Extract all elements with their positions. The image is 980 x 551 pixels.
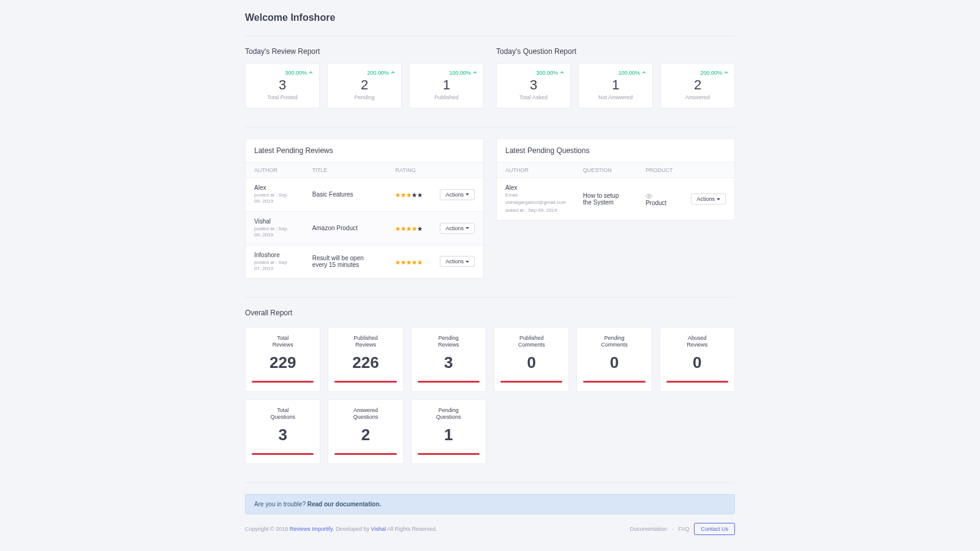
overall-card-value: 226 [334, 353, 396, 372]
th-question: QUESTION [575, 163, 637, 178]
actions-button[interactable]: Actions [440, 223, 475, 234]
caret-down-icon [466, 227, 469, 229]
star-icon [401, 258, 406, 264]
posted-at: posted at : Sep 09, 2019 [254, 226, 295, 239]
progress-bar [500, 381, 562, 383]
caret-down-icon [466, 193, 469, 195]
stat-value: 2 [334, 77, 395, 93]
pending-questions-heading: Latest Pending Questions [497, 139, 734, 162]
star-icon [412, 258, 417, 264]
divider [245, 482, 735, 483]
posted-at: posted at : Sep 09, 2019 [254, 192, 295, 205]
footer-faq-link[interactable]: FAQ [678, 526, 689, 532]
actions-label: Actions [445, 225, 464, 231]
table-row: Alexposted at : Sep 09, 2019Basic Featur… [246, 178, 483, 212]
divider [245, 297, 735, 298]
dot-separator: · [672, 526, 674, 532]
progress-bar [334, 453, 396, 455]
review-stat-card-2: 100.00%1Published [409, 63, 484, 108]
star-rating [395, 191, 423, 198]
trend-pct: 100.00% [449, 70, 471, 76]
star-rating [395, 258, 423, 265]
actions-label: Actions [445, 192, 464, 198]
stat-value: 3 [252, 77, 313, 93]
copyright-text: Copyright © 2019 Reviews Importify. Deve… [245, 526, 437, 532]
pending-reviews-table: AUTHOR TITLE RATING Alexposted at : Sep … [246, 162, 483, 278]
star-icon [417, 258, 423, 264]
star-icon [406, 225, 412, 230]
posted-at: posted at : Sep 07, 2019 [254, 260, 295, 272]
overall-card-7: AnsweredQuestions2 [328, 399, 403, 464]
progress-bar [666, 381, 728, 383]
actions-button[interactable]: Actions [440, 256, 475, 267]
overall-card-value: 1 [418, 425, 480, 444]
documentation-link[interactable]: Read our documentation. [307, 501, 382, 508]
chevron-up-icon [473, 70, 477, 76]
star-icon [406, 191, 412, 197]
pending-reviews-panel: Latest Pending Reviews AUTHOR TITLE RATI… [245, 138, 484, 279]
overall-card-5: AbusedReviews0 [660, 327, 735, 392]
eye-icon [646, 192, 655, 200]
stat-value: 2 [667, 77, 728, 93]
stat-label: Total Posted [252, 94, 313, 100]
overall-card-title: AbusedReviews [666, 335, 728, 348]
overall-card-title: PublishedReviews [334, 335, 396, 348]
th-title: TITLE [304, 163, 387, 178]
caret-down-icon [717, 198, 720, 200]
trend-pct: 100.00% [618, 70, 640, 76]
star-icon [395, 225, 401, 230]
product-name: Product [646, 200, 666, 206]
progress-bar [334, 381, 396, 383]
help-alert: Are you in trouble? Read our documentati… [245, 494, 735, 514]
overall-card-value: 3 [252, 425, 314, 444]
trend-pct: 200.00% [700, 70, 722, 76]
today-review-heading: Today's Review Report [245, 47, 484, 56]
pending-panels: Latest Pending Reviews AUTHOR TITLE RATI… [245, 138, 735, 279]
star-icon [417, 191, 423, 197]
pending-questions-table: AUTHOR QUESTION PRODUCT AlexEmail :visha… [497, 162, 734, 220]
star-icon [412, 191, 417, 197]
contact-us-button[interactable]: Contact Us [694, 523, 735, 535]
stat-label: Answered [667, 94, 728, 100]
progress-bar [252, 381, 314, 383]
star-icon [395, 191, 401, 197]
progress-bar [418, 381, 480, 383]
footer-links: Documentation · FAQ Contact Us [630, 523, 735, 535]
author-name: Alex [505, 184, 566, 191]
star-icon [401, 225, 406, 230]
footer-documentation-link[interactable]: Documentation [630, 526, 667, 532]
today-reports: Today's Review Report 300.00%3Total Post… [245, 47, 735, 108]
overall-heading: Overall Report [245, 309, 735, 317]
overall-card-0: TotalReviews229 [245, 327, 320, 392]
actions-button[interactable]: Actions [440, 189, 475, 200]
overall-card-1: PublishedReviews226 [328, 327, 403, 392]
divider [245, 127, 735, 127]
th-product: PRODUCT [637, 163, 683, 178]
overall-card-title: AnsweredQuestions [334, 407, 396, 421]
review-title: Result will be open every 15 minutes [312, 255, 364, 268]
today-question-heading: Today's Question Report [496, 47, 735, 56]
overall-card-title: TotalReviews [252, 335, 314, 348]
table-row: AlexEmail :vishalgargabod@gmail.comasked… [497, 178, 734, 220]
star-rating [395, 225, 423, 231]
question-stat-card-1: 100.00%1Not Answered [578, 63, 653, 108]
question-stat-card-0: 300.00%3Total Asked [496, 63, 571, 108]
chevron-up-icon [642, 70, 646, 76]
svg-point-0 [648, 195, 650, 197]
overall-card-value: 0 [500, 353, 562, 372]
trend-pct: 200.00% [367, 70, 389, 76]
stat-value: 3 [503, 77, 564, 93]
stat-label: Pending [334, 94, 395, 100]
pending-reviews-heading: Latest Pending Reviews [246, 139, 483, 162]
th-author: AUTHOR [246, 163, 304, 178]
th-author: AUTHOR [497, 163, 575, 178]
review-stat-card-0: 300.00%3Total Posted [245, 63, 320, 108]
actions-button[interactable]: Actions [691, 193, 726, 204]
review-title: Basic Features [312, 191, 353, 198]
alert-text: Are you in trouble? [254, 501, 307, 508]
stat-value: 1 [416, 77, 477, 93]
chevron-up-icon [724, 70, 728, 76]
overall-card-3: PublishedComments0 [494, 327, 569, 392]
overall-card-value: 2 [334, 425, 396, 444]
stat-value: 1 [585, 77, 646, 93]
